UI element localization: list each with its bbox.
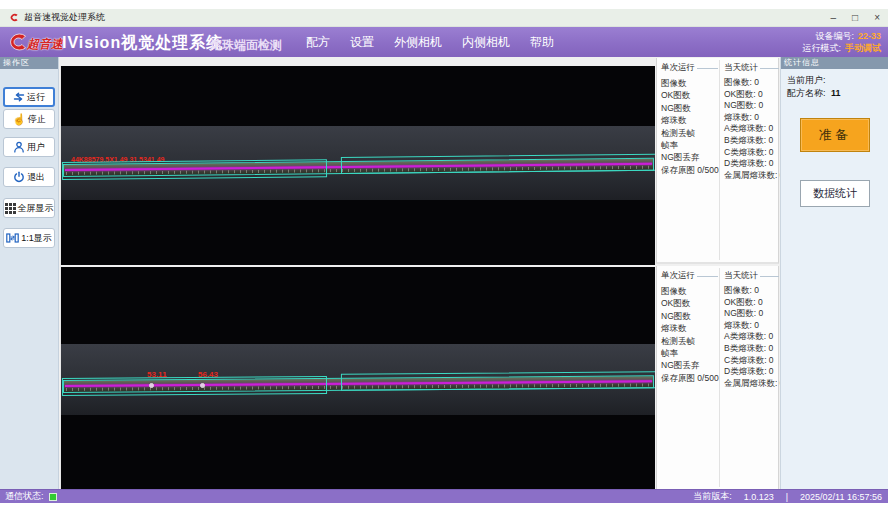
- app-window: 超音速视觉处理系统 – □ × 超音速 IVision视觉处理系统 熔珠端面检测…: [0, 0, 888, 522]
- stat-row: OK图数: 0: [724, 297, 779, 309]
- stat-row: D类熔珠数: 0: [724, 366, 779, 378]
- recipe-name-label: 配方名称:: [787, 88, 826, 98]
- run-button-label: 运行: [27, 91, 45, 104]
- stat-row: 金属屑熔珠数: 0: [724, 378, 779, 390]
- brand-name: 超音速: [27, 36, 63, 53]
- prepare-button[interactable]: 准备: [800, 118, 870, 152]
- data-statistics-button[interactable]: 数据统计: [800, 180, 870, 207]
- stat-row: 熔珠数: 0: [724, 112, 779, 124]
- app-title: IVision视觉处理系统: [62, 33, 223, 54]
- stats-section-inner: 单次运行 图像数 OK图数 NG图数 熔珠数 检测丢帧 帧率 NG图丢弃 保存原…: [656, 266, 779, 489]
- comm-ok-indicator: [49, 493, 57, 501]
- stat-row: 检测丢帧: [661, 127, 718, 139]
- statistics-info-title: 统计信息: [781, 57, 888, 69]
- app-header: 超音速 IVision视觉处理系统 熔珠端面检测 配方 设置 外侧相机 内侧相机…: [0, 27, 888, 57]
- menu-settings[interactable]: 设置: [350, 34, 374, 51]
- run-mode-label: 运行模式:: [802, 42, 841, 54]
- today-stats-title: 当天统计: [724, 270, 758, 282]
- operation-sidebar: 操作区 运行 ☝ 停止 用户 退出: [0, 57, 59, 489]
- one-to-one-button-label: 1:1显示: [21, 232, 52, 245]
- menu-outer-camera[interactable]: 外侧相机: [394, 34, 442, 51]
- stat-row: NG图丢弃: [661, 359, 718, 371]
- version-value: 1.0.123: [744, 492, 774, 502]
- power-icon: [13, 171, 25, 183]
- inner-camera-viewport[interactable]: 53.11 56.43: [60, 267, 655, 489]
- fullscreen-grid-icon: [5, 203, 16, 214]
- stat-row: NG图数: [661, 102, 718, 114]
- stat-row: 熔珠数: [661, 114, 718, 126]
- defect-marker: [200, 383, 205, 388]
- today-stats-title: 当天统计: [724, 62, 758, 74]
- stat-row: NG图数: [661, 310, 718, 322]
- exit-button[interactable]: 退出: [3, 167, 55, 187]
- stop-button-label: 停止: [28, 113, 46, 126]
- run-button[interactable]: 运行: [3, 87, 55, 107]
- measurement-label: 56.43: [198, 370, 218, 379]
- fullscreen-button-label: 全屏显示: [18, 202, 54, 215]
- stat-row: OK图数: [661, 89, 718, 101]
- recipe-name-row: 配方名称: 11: [787, 87, 841, 100]
- single-run-title: 单次运行: [661, 270, 695, 282]
- sync-arrows-icon: [13, 91, 25, 103]
- stat-row: NG图数: 0: [724, 100, 779, 112]
- stat-row: 图像数: [661, 77, 718, 89]
- fullscreen-button[interactable]: 全屏显示: [3, 198, 55, 218]
- stat-row: D类熔珠数: 0: [724, 158, 779, 170]
- main-content: 操作区 运行 ☝ 停止 用户 退出: [0, 57, 888, 489]
- outer-camera-viewport[interactable]: 44K88579.5X1.49 31.5341.49: [60, 66, 655, 265]
- separator: |: [786, 492, 788, 502]
- single-run-column: 单次运行 图像数 OK图数 NG图数 熔珠数 检测丢帧 帧率 NG图丢弃 保存原…: [661, 270, 718, 384]
- user-button[interactable]: 用户: [3, 137, 55, 157]
- stat-row: 熔珠数: [661, 322, 718, 334]
- stat-row: 熔珠数: 0: [724, 320, 779, 332]
- brand-swirl-icon: [4, 31, 29, 57]
- today-stats-column: 当天统计 图像数: 0 OK图数: 0 NG图数: 0 熔珠数: 0 A类熔珠数…: [724, 270, 779, 389]
- stats-section-outer: 单次运行 图像数 OK图数 NG图数 熔珠数 检测丢帧 帧率 NG图丢弃 保存原…: [656, 58, 779, 264]
- datetime: 2025/02/11 16:57:56: [800, 492, 882, 502]
- stat-row: 帧率: [661, 347, 718, 359]
- comm-status-label: 通信状态:: [5, 490, 44, 503]
- app-logo-icon: [8, 12, 19, 23]
- single-run-title: 单次运行: [661, 62, 695, 74]
- menu-help[interactable]: 帮助: [530, 34, 554, 51]
- version-label: 当前版本:: [693, 490, 732, 503]
- maximize-button[interactable]: □: [852, 13, 858, 23]
- measurement-label: 53.11: [147, 370, 167, 379]
- one-to-one-icon: [6, 232, 19, 244]
- user-icon: [13, 141, 25, 153]
- operation-panel-title: 操作区: [0, 57, 58, 69]
- stat-row: OK图数: [661, 297, 718, 309]
- window-title: 超音速视觉处理系统: [24, 11, 105, 24]
- device-info: 设备编号: 22-33 运行模式: 手动调试: [802, 30, 881, 54]
- stat-row: 帧率: [661, 139, 718, 151]
- stat-row: 图像数: 0: [724, 77, 779, 89]
- menu-inner-camera[interactable]: 内侧相机: [462, 34, 510, 51]
- stat-row: 保存原图 0/500: [661, 164, 718, 176]
- today-stats-column: 当天统计 图像数: 0 OK图数: 0 NG图数: 0 熔珠数: 0 A类熔珠数…: [724, 62, 779, 181]
- stat-row: NG图数: 0: [724, 308, 779, 320]
- stat-row: B类熔珠数: 0: [724, 343, 779, 355]
- stat-row: C类熔珠数: 0: [724, 355, 779, 367]
- stat-row: NG图丢弃: [661, 151, 718, 163]
- single-run-column: 单次运行 图像数 OK图数 NG图数 熔珠数 检测丢帧 帧率 NG图丢弃 保存原…: [661, 62, 718, 176]
- device-number-label: 设备编号:: [815, 30, 854, 42]
- stat-row: 检测丢帧: [661, 335, 718, 347]
- defect-marker: [149, 383, 154, 388]
- stat-row: OK图数: 0: [724, 89, 779, 101]
- window-titlebar: 超音速视觉处理系统 – □ ×: [0, 9, 888, 27]
- run-mode-value: 手动调试: [845, 42, 881, 54]
- measurement-annotation: 44K88579.5X1.49 31.5341.49: [71, 156, 164, 163]
- stat-row: A类熔珠数: 0: [724, 123, 779, 135]
- stat-row: B类熔珠数: 0: [724, 135, 779, 147]
- status-bar: 通信状态: 当前版本: 1.0.123 | 2025/02/11 16:57:5…: [0, 489, 888, 503]
- recipe-name-value: 11: [831, 88, 841, 98]
- stat-row: 金属屑熔珠数: 0: [724, 170, 779, 182]
- minimize-button[interactable]: –: [831, 13, 837, 23]
- stop-button[interactable]: ☝ 停止: [3, 109, 55, 129]
- stat-row: 保存原图 0/500: [661, 372, 718, 384]
- exit-button-label: 退出: [27, 171, 45, 184]
- one-to-one-button[interactable]: 1:1显示: [3, 228, 55, 248]
- close-button[interactable]: ×: [874, 13, 880, 23]
- statistics-info-panel: 统计信息 当前用户: 配方名称: 11 准备 数据统计: [780, 57, 888, 489]
- menu-recipe[interactable]: 配方: [306, 34, 330, 51]
